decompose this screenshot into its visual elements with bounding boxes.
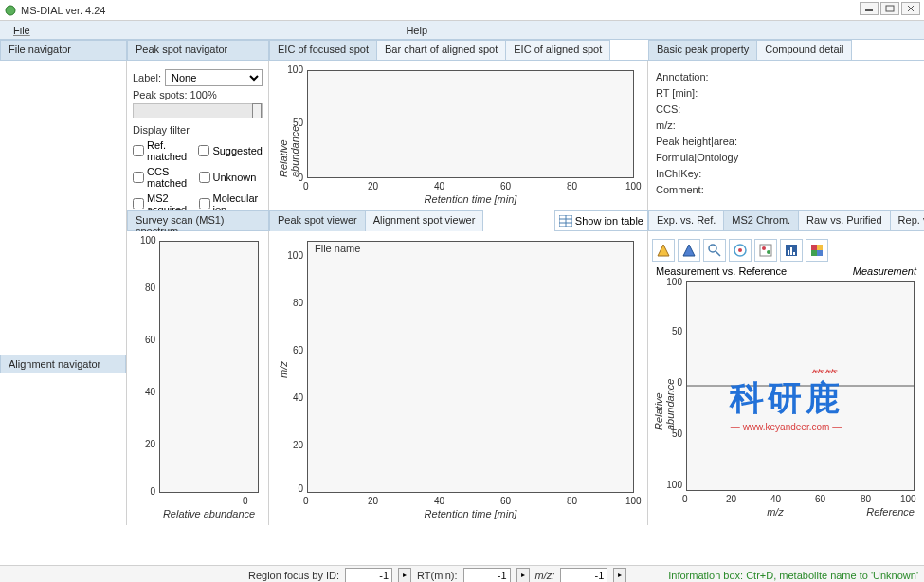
tool-icon-2[interactable] bbox=[678, 239, 700, 262]
prop-peak-ha: Peak height|area: bbox=[656, 136, 916, 147]
svg-rect-19 bbox=[788, 250, 789, 255]
tab-alignment-spot-viewer[interactable]: Alignment spot viewer bbox=[365, 210, 484, 231]
svg-rect-24 bbox=[811, 250, 817, 256]
svg-point-16 bbox=[762, 246, 766, 250]
chk-ms2-acquired[interactable] bbox=[133, 198, 144, 209]
survey-chart[interactable]: Relative abundance 100 80 60 40 20 0 0 bbox=[131, 235, 264, 521]
svg-point-11 bbox=[709, 245, 716, 252]
prop-annotation: Annotation: bbox=[656, 71, 916, 82]
chk-molecular-ion[interactable] bbox=[199, 198, 210, 209]
file-navigator-body: Alignment navigator bbox=[0, 61, 127, 525]
tab-eic-aligned[interactable]: EIC of aligned spot bbox=[505, 40, 610, 60]
spectrum-chart[interactable]: Relative abundance m/z Reference 100 50 … bbox=[652, 277, 920, 519]
chk-suggested[interactable] bbox=[198, 145, 209, 156]
viewer-tabstrip: Peak spot viewer Alignment spot viewer S… bbox=[269, 210, 648, 231]
tool-icon-3[interactable] bbox=[703, 239, 726, 262]
menubar: File Help bbox=[0, 21, 924, 40]
tool-icon-1[interactable] bbox=[652, 239, 675, 262]
prop-inchi: InChIKey: bbox=[656, 168, 916, 179]
chk-unknown[interactable] bbox=[199, 172, 210, 183]
display-filter-label: Display filter bbox=[133, 124, 263, 136]
minimize-button[interactable] bbox=[860, 2, 879, 15]
prop-rt: RT [min]: bbox=[656, 87, 916, 99]
spectrum-tool-icons bbox=[652, 239, 920, 262]
file-navigator-header: File navigator bbox=[0, 40, 127, 61]
mz-step[interactable]: ▸ bbox=[613, 568, 626, 583]
survey-scan-header: Survey scan (MS1) spectrum bbox=[127, 210, 269, 231]
chk-ccs-matched[interactable] bbox=[133, 172, 144, 183]
tool-icon-6[interactable] bbox=[780, 239, 803, 262]
window-title: MS-DIAL ver. 4.24 bbox=[21, 5, 105, 16]
alignment-navigator-header: Alignment navigator bbox=[0, 355, 126, 373]
tab-compound-detail[interactable]: Compound detail bbox=[756, 40, 852, 60]
tab-exp-ref[interactable]: Exp. vs. Ref. bbox=[648, 210, 724, 230]
tab-ms2-chrom[interactable]: MS2 Chrom. bbox=[723, 210, 799, 230]
tool-icon-4[interactable] bbox=[729, 239, 752, 262]
svg-point-0 bbox=[6, 6, 15, 15]
tab-rep-ref[interactable]: Rep. vs. Ref. bbox=[890, 210, 924, 230]
label-lbl: Label: bbox=[133, 72, 161, 83]
peak-spot-viewer-panel: File name m/z Retention time [min] 100 8… bbox=[269, 231, 648, 525]
tool-icon-7[interactable] bbox=[806, 239, 828, 262]
spectrum-tabstrip: Exp. vs. Ref. MS2 Chrom. Raw vs. Purifie… bbox=[648, 210, 924, 231]
region-id-step[interactable]: ▸ bbox=[398, 568, 411, 583]
eic-tabstrip: EIC of focused spot Bar chart of aligned… bbox=[269, 40, 648, 61]
menu-file[interactable]: File bbox=[4, 23, 40, 38]
app-icon bbox=[4, 4, 17, 17]
svg-rect-22 bbox=[811, 245, 817, 250]
tab-eic-focused[interactable]: EIC of focused spot bbox=[269, 40, 377, 60]
peak-spot-navigator-header: Peak spot navigator bbox=[127, 40, 269, 61]
rt-input[interactable] bbox=[463, 568, 511, 583]
eic-chart[interactable]: Relative abundance Retention time [min] … bbox=[273, 64, 643, 207]
label-combo[interactable]: None bbox=[165, 69, 263, 86]
prop-ccs: CCS: bbox=[656, 103, 916, 115]
svg-rect-2 bbox=[886, 6, 894, 11]
svg-point-17 bbox=[767, 250, 770, 254]
peak-spots-label: Peak spots: 100% bbox=[133, 89, 263, 100]
svg-rect-23 bbox=[817, 245, 823, 250]
spectrum-title: Measurement vs. Reference bbox=[656, 265, 787, 277]
tab-basic-property[interactable]: Basic peak property bbox=[648, 40, 757, 60]
tab-peak-spot-viewer[interactable]: Peak spot viewer bbox=[269, 210, 366, 231]
svg-rect-1 bbox=[865, 9, 873, 11]
tab-raw-purified[interactable]: Raw vs. Purified bbox=[798, 210, 890, 230]
svg-marker-10 bbox=[683, 245, 695, 256]
eic-chart-panel: Relative abundance Retention time [min] … bbox=[269, 61, 648, 210]
table-icon bbox=[559, 215, 572, 227]
survey-chart-panel: Relative abundance 100 80 60 40 20 0 0 bbox=[127, 231, 269, 525]
chk-ref-matched[interactable] bbox=[133, 145, 144, 156]
prop-comment: Comment: bbox=[656, 184, 916, 195]
tab-bar-aligned[interactable]: Bar chart of aligned spot bbox=[376, 40, 506, 60]
property-tabstrip: Basic peak property Compound detail bbox=[648, 40, 924, 61]
svg-marker-9 bbox=[658, 245, 669, 256]
bottombar: Region focus by ID: ▸ RT(min): ▸ m/z: ▸ … bbox=[0, 565, 924, 582]
svg-point-14 bbox=[738, 248, 742, 252]
close-button[interactable] bbox=[901, 2, 920, 15]
maximize-button[interactable] bbox=[880, 2, 899, 15]
peak-spot-chart[interactable]: File name m/z Retention time [min] 100 8… bbox=[273, 235, 643, 521]
svg-rect-21 bbox=[793, 252, 795, 255]
info-box: Information box: Ctr+D, metabolite name … bbox=[668, 570, 918, 581]
mz-input[interactable] bbox=[560, 568, 607, 583]
svg-rect-25 bbox=[817, 250, 823, 256]
basic-peak-property-body: Annotation: RT [min]: CCS: m/z: Peak hei… bbox=[648, 61, 924, 210]
tool-icon-5[interactable] bbox=[754, 239, 777, 262]
menu-help[interactable]: Help bbox=[396, 23, 437, 38]
prop-formula: Formula|Ontology bbox=[656, 152, 916, 163]
svg-rect-15 bbox=[760, 245, 771, 256]
spectrum-panel: Measurement vs. Reference Measurement Re… bbox=[648, 231, 924, 525]
region-id-input[interactable] bbox=[345, 568, 392, 583]
spectrum-title2: Measurement bbox=[853, 265, 916, 277]
svg-rect-20 bbox=[790, 247, 792, 255]
mz-label: m/z: bbox=[535, 570, 555, 581]
svg-line-12 bbox=[716, 251, 720, 256]
show-ion-table-button[interactable]: Show ion table bbox=[554, 210, 648, 231]
rt-label: RT(min): bbox=[417, 570, 458, 581]
region-focus-label: Region focus by ID: bbox=[248, 570, 339, 581]
rt-step[interactable]: ▸ bbox=[516, 568, 530, 583]
peak-chart-title: File name bbox=[315, 243, 360, 254]
titlebar: MS-DIAL ver. 4.24 bbox=[0, 0, 924, 21]
peak-spots-slider[interactable] bbox=[133, 103, 263, 118]
prop-mz: m/z: bbox=[656, 119, 916, 131]
peak-spot-navigator-body: Label: None Peak spots: 100% Display fil… bbox=[127, 61, 269, 210]
